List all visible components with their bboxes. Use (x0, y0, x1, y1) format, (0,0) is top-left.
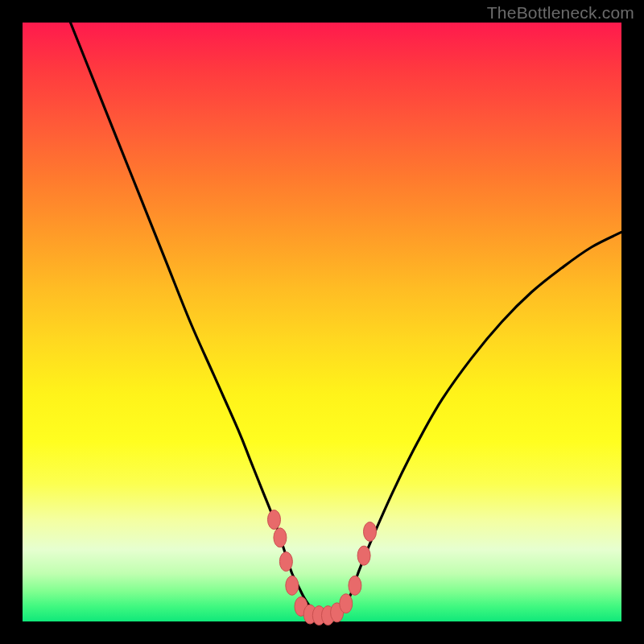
marker-dot (279, 552, 292, 572)
marker-dot (357, 546, 370, 565)
curve-path (71, 23, 621, 616)
watermark-text: TheBottleneck.com (487, 3, 634, 23)
marker-dot (274, 528, 287, 547)
marker-dot (364, 522, 377, 541)
bottleneck-curve (71, 23, 621, 616)
plot-area (23, 23, 621, 621)
marker-dot (340, 594, 353, 613)
marker-dot (286, 576, 299, 595)
outer-frame: TheBottleneck.com (0, 0, 644, 644)
marker-dot (267, 510, 280, 530)
marker-dot (349, 576, 361, 595)
chart-svg (23, 23, 621, 621)
